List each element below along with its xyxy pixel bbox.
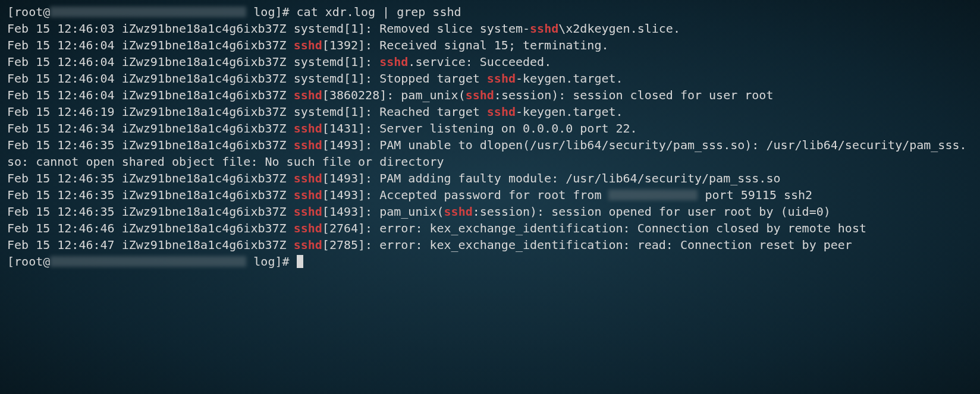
prompt-user: root xyxy=(14,5,43,19)
timestamp: Feb 15 12:46:35 xyxy=(7,171,115,185)
prompt-line: [root@ log]# xyxy=(7,254,303,269)
terminal-output[interactable]: [root@ log]# cat xdr.log | grep sshd Feb… xyxy=(0,0,980,273)
process-name: sshd xyxy=(294,238,322,252)
log-line: Feb 15 12:46:04 iZwz91bne18a1c4g6ixb37Z … xyxy=(7,88,773,102)
hostname: iZwz91bne18a1c4g6ixb37Z xyxy=(122,221,287,235)
hostname: iZwz91bne18a1c4g6ixb37Z xyxy=(122,38,287,52)
process-name: sshd xyxy=(294,88,322,102)
log-line: Feb 15 12:46:03 iZwz91bne18a1c4g6ixb37Z … xyxy=(7,21,680,36)
log-line: Feb 15 12:46:04 iZwz91bne18a1c4g6ixb37Z … xyxy=(7,71,623,86)
hostname: iZwz91bne18a1c4g6ixb37Z xyxy=(122,188,287,202)
cursor[interactable] xyxy=(297,255,303,268)
timestamp: Feb 15 12:46:04 xyxy=(7,38,115,52)
log-line: Feb 15 12:46:35 iZwz91bne18a1c4g6ixb37Z … xyxy=(7,204,831,219)
timestamp: Feb 15 12:46:46 xyxy=(7,221,115,235)
hostname: iZwz91bne18a1c4g6ixb37Z xyxy=(122,204,287,219)
timestamp: Feb 15 12:46:35 xyxy=(7,188,115,202)
redacted-hostname xyxy=(50,7,246,17)
process-name: systemd xyxy=(294,71,344,86)
timestamp: Feb 15 12:46:34 xyxy=(7,121,115,135)
timestamp: Feb 15 12:46:04 xyxy=(7,71,115,86)
log-line: Feb 15 12:46:04 iZwz91bne18a1c4g6ixb37Z … xyxy=(7,38,608,52)
hostname: iZwz91bne18a1c4g6ixb37Z xyxy=(122,88,287,102)
log-line: Feb 15 12:46:35 iZwz91bne18a1c4g6ixb37Z … xyxy=(7,171,780,185)
timestamp: Feb 15 12:46:04 xyxy=(7,55,115,69)
hostname: iZwz91bne18a1c4g6ixb37Z xyxy=(122,55,287,69)
log-line: Feb 15 12:46:35 iZwz91bne18a1c4g6ixb37Z … xyxy=(7,138,967,169)
timestamp: Feb 15 12:46:47 xyxy=(7,238,115,252)
command-text: cat xdr.log | grep sshd xyxy=(297,5,461,19)
hostname: iZwz91bne18a1c4g6ixb37Z xyxy=(122,105,287,119)
log-line: Feb 15 12:46:34 iZwz91bne18a1c4g6ixb37Z … xyxy=(7,121,637,135)
timestamp: Feb 15 12:46:19 xyxy=(7,105,115,119)
grep-match: sshd xyxy=(487,105,516,119)
hostname: iZwz91bne18a1c4g6ixb37Z xyxy=(122,121,287,135)
grep-match: sshd xyxy=(487,71,516,86)
process-name: systemd xyxy=(294,21,344,36)
process-name: systemd xyxy=(294,105,344,119)
log-line: Feb 15 12:46:35 iZwz91bne18a1c4g6ixb37Z … xyxy=(7,188,812,202)
redacted-hostname xyxy=(50,256,246,267)
grep-match: sshd xyxy=(444,204,473,219)
grep-match: sshd xyxy=(466,88,494,102)
hostname: iZwz91bne18a1c4g6ixb37Z xyxy=(122,138,287,152)
process-name: sshd xyxy=(294,138,322,152)
grep-match: sshd xyxy=(530,21,558,36)
log-line: Feb 15 12:46:47 iZwz91bne18a1c4g6ixb37Z … xyxy=(7,238,852,252)
process-name: sshd xyxy=(294,38,322,52)
process-name: sshd xyxy=(294,171,322,185)
log-line: Feb 15 12:46:46 iZwz91bne18a1c4g6ixb37Z … xyxy=(7,221,866,235)
log-line: Feb 15 12:46:19 iZwz91bne18a1c4g6ixb37Z … xyxy=(7,105,623,119)
hostname: iZwz91bne18a1c4g6ixb37Z xyxy=(122,171,287,185)
prompt-user: root xyxy=(14,254,43,269)
process-name: sshd xyxy=(294,221,322,235)
timestamp: Feb 15 12:46:35 xyxy=(7,138,115,152)
log-line: Feb 15 12:46:04 iZwz91bne18a1c4g6ixb37Z … xyxy=(7,55,551,69)
grep-match: sshd xyxy=(379,55,408,69)
process-name: sshd xyxy=(294,188,322,202)
redacted-ip xyxy=(608,190,698,200)
process-name: sshd xyxy=(294,121,322,135)
prompt-line: [root@ log]# cat xdr.log | grep sshd xyxy=(7,5,461,19)
hostname: iZwz91bne18a1c4g6ixb37Z xyxy=(122,238,287,252)
hostname: iZwz91bne18a1c4g6ixb37Z xyxy=(122,71,287,86)
process-name: sshd xyxy=(294,204,322,219)
timestamp: Feb 15 12:46:03 xyxy=(7,21,115,36)
timestamp: Feb 15 12:46:04 xyxy=(7,88,115,102)
timestamp: Feb 15 12:46:35 xyxy=(7,204,115,219)
hostname: iZwz91bne18a1c4g6ixb37Z xyxy=(122,21,287,36)
process-name: systemd xyxy=(294,55,344,69)
